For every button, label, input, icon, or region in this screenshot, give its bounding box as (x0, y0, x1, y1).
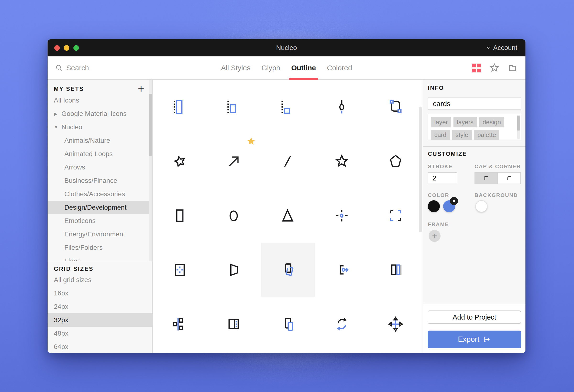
background-swatch-white[interactable] (475, 200, 487, 212)
featured-star-icon (246, 137, 256, 146)
grid-icon-align-center-dashed-rect[interactable] (207, 80, 261, 134)
expanded-arrow-icon[interactable]: ▼ (54, 124, 62, 130)
pentagon-icon (388, 153, 404, 170)
grid-sizes-header: GRID SIZES (48, 265, 152, 273)
icon-grid-area (153, 80, 423, 353)
app-window: Nucleo Account All Styles Glyph Outline … (48, 39, 525, 353)
cap-corner-control (474, 172, 521, 184)
grid-icon-star[interactable] (315, 134, 369, 188)
sidebar-item-flags-clipped[interactable]: Flags (48, 254, 152, 261)
color-swatch-black[interactable] (428, 200, 440, 212)
grid-icon-perspective[interactable] (207, 243, 261, 297)
collapsed-arrow-icon[interactable]: ▶ (54, 111, 62, 117)
cap-corner-label: CAP & CORNER (474, 163, 521, 170)
export-icon (483, 335, 491, 343)
panels-columns-icon (388, 262, 404, 278)
grid-icon-rotate-sync[interactable] (315, 297, 369, 351)
grid-icon-rectangle[interactable] (153, 188, 207, 243)
color-swatch-blue[interactable] (443, 200, 455, 212)
sidebar-item-all-icons[interactable]: All Icons (48, 94, 152, 107)
tags-scrollbar-thumb[interactable] (517, 116, 520, 131)
tag-design[interactable]: design (479, 117, 504, 127)
grid-icon-distribute-nodes[interactable] (153, 297, 207, 351)
sidebar-item-nucleo[interactable]: ▼ Nucleo (48, 120, 152, 134)
remove-color-badge[interactable] (450, 197, 458, 205)
tag-layer[interactable]: layer (431, 117, 451, 127)
sidebar-item-arrows[interactable]: Arrows (48, 161, 152, 174)
close-icon (452, 199, 456, 203)
export-button[interactable]: Export (428, 331, 521, 348)
sidebar-item-google-material-icons[interactable]: ▶ Google Material Icons (48, 107, 152, 120)
sidebar-item-64px[interactable]: 64px (48, 340, 152, 353)
sidebar-item-animals-nature[interactable]: Animals/Nature (48, 134, 152, 147)
sidebar-item-animated-loops[interactable]: Animated Loops (48, 147, 152, 161)
grid-icon-export-object[interactable] (315, 243, 369, 297)
add-to-project-button[interactable]: Add to Project (428, 311, 521, 324)
grid-icon-triangle[interactable] (261, 188, 315, 243)
grid-icon-panels-columns[interactable] (369, 243, 423, 297)
align-left-dashed-rect-icon (172, 99, 188, 115)
grid-icon-duplicate-cards[interactable] (261, 297, 315, 351)
grid-icon-pentagon[interactable] (369, 134, 423, 188)
sidebar-item-clothes-accessories[interactable]: Clothes/Accessories (48, 187, 152, 201)
round-corner-option[interactable] (497, 173, 520, 184)
stroke-width-input[interactable] (428, 172, 457, 184)
tag-card[interactable]: card (431, 130, 450, 140)
grid-icon-path-anchors-curve[interactable] (369, 80, 423, 134)
grid-icon-ellipse[interactable] (207, 188, 261, 243)
path-anchors-curve-icon (388, 99, 404, 115)
star-icon (334, 153, 350, 170)
grid-icon-move-arrows[interactable] (369, 297, 423, 351)
search-field[interactable] (55, 57, 129, 79)
grid-view-icon[interactable] (472, 64, 481, 72)
projects-folder-icon[interactable] (508, 63, 517, 73)
add-set-button[interactable]: + (138, 83, 144, 94)
sidebar-item-files-folders[interactable]: Files/Folders (48, 241, 152, 254)
sidebar-item-32px[interactable]: 32px (48, 313, 152, 327)
sidebar-item-24px[interactable]: 24px (48, 300, 152, 313)
grid-icon-align-left-dashed-rect[interactable] (153, 80, 207, 134)
sidebar-item-16px[interactable]: 16px (48, 287, 152, 300)
grid-icon-selection-corners[interactable] (369, 188, 423, 243)
grid-icon-anchor-crosshair[interactable] (315, 188, 369, 243)
perspective-icon (226, 262, 242, 278)
sidebar-scrollbar[interactable] (149, 80, 152, 261)
sidebar-item-emoticons[interactable]: Emoticons (48, 214, 152, 228)
search-input[interactable] (66, 64, 129, 72)
account-menu[interactable]: Account (486, 44, 517, 52)
tab-all-styles[interactable]: All Styles (221, 57, 250, 79)
panel-divider (423, 146, 525, 147)
tag-palette[interactable]: palette (474, 130, 499, 140)
tab-outline[interactable]: Outline (291, 57, 316, 79)
window-title: Nucleo (48, 44, 525, 52)
tab-colored[interactable]: Colored (327, 57, 352, 79)
frame-label: FRAME (428, 221, 449, 228)
grid-icon-rect-center-guides[interactable] (153, 243, 207, 297)
sidebar-scrollbar-thumb[interactable] (149, 94, 152, 156)
sidebar-item-energy-environment[interactable]: Energy/Environment (48, 228, 152, 241)
tag-style[interactable]: style (452, 130, 472, 140)
grid-sizes-section: GRID SIZES All grid sizes 16px 24px 32px… (48, 261, 152, 353)
sidebar-item-48px[interactable]: 48px (48, 327, 152, 340)
sidebar-item-business-finance[interactable]: Business/Finance (48, 174, 152, 187)
grid-icon-diagonal-line[interactable] (261, 134, 315, 188)
grid-icon-sidebar-layout[interactable] (207, 297, 261, 351)
sidebar-item-design-development[interactable]: Design/Development (48, 201, 152, 214)
sidebar-item-all-grid-sizes[interactable]: All grid sizes (48, 273, 152, 287)
tag-layers[interactable]: layers (453, 117, 477, 127)
add-frame-button[interactable]: + (429, 230, 441, 242)
grid-icon-star-rounded[interactable] (153, 134, 207, 188)
favorites-star-icon[interactable] (490, 63, 499, 73)
grid-scrollbar-thumb[interactable] (419, 107, 422, 232)
duplicate-cards-icon (280, 316, 296, 332)
icon-name-input[interactable] (428, 98, 521, 110)
grid-icon-cards-selected[interactable] (261, 243, 315, 297)
export-object-icon (334, 262, 350, 278)
sharp-corner-option[interactable] (475, 173, 497, 184)
tab-glyph[interactable]: Glyph (261, 57, 280, 79)
account-label: Account (493, 44, 517, 52)
toolbar: All Styles Glyph Outline Colored (48, 57, 525, 80)
tags-scrollbar[interactable] (517, 115, 520, 139)
grid-icon-align-bottom-dashed-square[interactable] (261, 80, 315, 134)
grid-icon-anchor-point-vertical[interactable] (315, 80, 369, 134)
